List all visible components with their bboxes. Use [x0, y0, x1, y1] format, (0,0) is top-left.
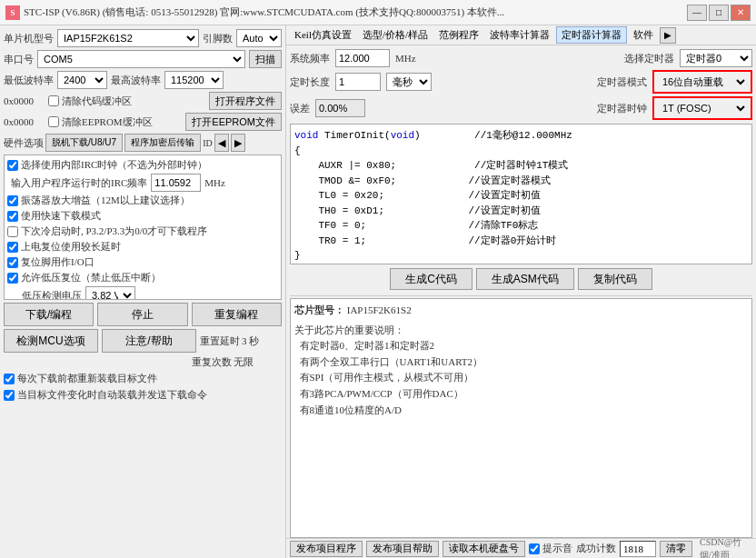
- clear-eeprom-label: 清除EEPROM缓冲区: [62, 115, 153, 129]
- low-volt-reset-checkbox[interactable]: [7, 273, 18, 284]
- irc-freq-input[interactable]: [151, 174, 201, 192]
- sys-freq-label: 系统频率: [290, 52, 330, 65]
- menu-examples[interactable]: 范例程序: [434, 27, 483, 43]
- repeat-row: 重复次数 无限: [4, 355, 282, 369]
- timer-len-unit-select[interactable]: 毫秒: [386, 73, 432, 91]
- irc-clock-checkbox[interactable]: [7, 160, 18, 171]
- download-button[interactable]: 下载/编程: [4, 303, 94, 326]
- serial-select[interactable]: COM5: [37, 50, 245, 68]
- irc-clock-label: 选择使用内部IRC时钟（不选为外部时钟）: [21, 158, 207, 172]
- publish-program-button[interactable]: 发布项目程序: [290, 541, 363, 557]
- irc-freq-unit: MHz: [204, 177, 225, 188]
- stop-button[interactable]: 停止: [97, 303, 187, 326]
- tips-check: 提示音: [529, 542, 572, 555]
- mcu-type-row: 单片机型号 IAP15F2K61S2 引脚数 Auto: [4, 29, 282, 47]
- menu-bar: Keil仿真设置 选型/价格/样品 范例程序 波特率计算器 定时器计算器 软件 …: [286, 25, 756, 45]
- close-button[interactable]: ✕: [731, 5, 751, 21]
- maximize-button[interactable]: □: [709, 5, 729, 21]
- nav-right-menu[interactable]: ▶: [660, 27, 676, 44]
- strip-download-button[interactable]: 脱机下载/U8/U7: [45, 134, 123, 152]
- publish-help-button[interactable]: 发布项目帮助: [366, 541, 439, 557]
- error-input[interactable]: [315, 99, 365, 117]
- nav-right[interactable]: ▶: [231, 134, 245, 152]
- param-row-1: 系统频率 MHz 选择定时器 定时器0: [290, 49, 752, 67]
- timer-mode-box: 16位自动重载: [652, 70, 752, 94]
- cold-boot-checkbox[interactable]: [7, 226, 18, 237]
- clear-code-checkbox[interactable]: [48, 95, 59, 106]
- right-panel: Keil仿真设置 选型/价格/样品 范例程序 波特率计算器 定时器计算器 软件 …: [286, 25, 756, 558]
- right-panel-content: 系统频率 MHz 选择定时器 定时器0 定时长度 毫秒: [286, 45, 756, 558]
- gen-c-button[interactable]: 生成C代码: [390, 268, 472, 290]
- copy-button[interactable]: 复制代码: [578, 268, 652, 290]
- options-area: 选择使用内部IRC时钟（不选为外部时钟） 输入用户程序运行时的IRC频率 MHz…: [4, 154, 282, 300]
- low-volt-detect-select[interactable]: 3.82 V: [85, 286, 135, 300]
- code-buttons: 生成C代码 生成ASM代码 复制代码: [286, 264, 756, 294]
- app-icon: S: [5, 5, 20, 20]
- help-button[interactable]: 注意/帮助: [102, 329, 196, 353]
- fast-download-checkbox[interactable]: [7, 211, 18, 222]
- detect-button[interactable]: 检测MCU选项: [4, 329, 98, 353]
- window-controls[interactable]: — □ ✕: [687, 5, 751, 21]
- action-buttons-row: 下载/编程 停止 重复编程: [4, 303, 282, 326]
- chip-type-label: 芯片型号：: [294, 304, 344, 315]
- addr-row1: 0x0000 清除代码缓冲区 打开程序文件: [4, 92, 282, 110]
- chip-info-line-2: 有SPI（可用作主模式，从模式不可用）: [294, 370, 748, 386]
- reload-checkbox[interactable]: [4, 374, 15, 384]
- open-eeprom-button[interactable]: 打开EEPROM文件: [185, 113, 282, 131]
- clear-eeprom-check[interactable]: 清除EEPROM缓冲区: [48, 115, 153, 129]
- serial-label: 串口号: [4, 53, 34, 66]
- scan-button[interactable]: 扫描: [249, 50, 282, 68]
- menu-software[interactable]: 软件: [629, 27, 658, 43]
- timer-mode-select[interactable]: 16位自动重载: [657, 73, 748, 91]
- encrypt-button[interactable]: 程序加密后传输: [124, 134, 201, 152]
- mcu-type-select[interactable]: IAP15F2K61S2: [57, 29, 199, 47]
- timer-len-input[interactable]: [335, 73, 381, 91]
- tips-checkbox[interactable]: [529, 543, 540, 554]
- low-volt-detect-label: 低压检测电压: [22, 289, 82, 301]
- 引脚数-select[interactable]: Auto: [236, 29, 282, 47]
- chip-info-title: 关于此芯片的重要说明：: [294, 323, 748, 339]
- timer-sel-select[interactable]: 定时器0: [680, 49, 752, 67]
- open-program-button[interactable]: 打开程序文件: [209, 92, 282, 110]
- reprogram-button[interactable]: 重复编程: [192, 303, 282, 326]
- clear-eeprom-checkbox[interactable]: [48, 116, 59, 127]
- auto-send-label: 当目标文件变化时自动装载并发送下载命令: [17, 388, 207, 402]
- low-volt-reset-label: 允许低压复位（禁止低压中断）: [21, 271, 161, 284]
- menu-timer-calc[interactable]: 定时器计算器: [556, 26, 627, 44]
- tips-label: 提示音: [542, 542, 572, 555]
- reset-io-checkbox[interactable]: [7, 257, 18, 268]
- serial-row: 串口号 COM5 扫描: [4, 50, 282, 68]
- menu-baud-calc[interactable]: 波特率计算器: [485, 27, 554, 43]
- low-volt-detect-row: 低压检测电压 3.82 V: [7, 286, 278, 300]
- code-line-5: TH0 = 0xD1; //设置定时初值: [294, 204, 748, 219]
- csdn-label: CSDN@竹烟/准雨: [700, 536, 752, 559]
- code-line-2: AUXR |= 0x80; //定时器时钟1T模式: [294, 158, 748, 174]
- delay-label: 重置延时: [200, 334, 240, 348]
- fast-download-label: 使用快速下载模式: [21, 209, 101, 223]
- gen-asm-button[interactable]: 生成ASM代码: [476, 268, 574, 290]
- clear-button[interactable]: 清零: [660, 541, 692, 557]
- auto-send-checkbox[interactable]: [4, 390, 15, 401]
- chip-type-row: 芯片型号： IAP15F2K61S2: [294, 303, 748, 319]
- clear-code-check[interactable]: 清除代码缓冲区: [48, 95, 132, 108]
- nav-left[interactable]: ◀: [214, 134, 229, 152]
- power-reset-checkbox[interactable]: [7, 242, 18, 253]
- bottom-buttons: 下载/编程 停止 重复编程 检测MCU选项 注意/帮助 重置延时 3 秒 重复次…: [4, 303, 282, 402]
- irc-clock-option: 选择使用内部IRC时钟（不选为外部时钟）: [7, 158, 278, 172]
- hex1-label: 0x0000: [4, 95, 45, 106]
- baud-max-select[interactable]: 115200: [164, 71, 224, 89]
- baud-min-select[interactable]: 2400: [57, 71, 107, 89]
- menu-keil[interactable]: Keil仿真设置: [290, 27, 356, 43]
- params-area: 系统频率 MHz 选择定时器 定时器0 定时长度 毫秒: [286, 45, 756, 124]
- osc-gain-checkbox[interactable]: [7, 195, 18, 206]
- minimize-button[interactable]: —: [687, 5, 707, 21]
- success-count-label: 成功计数: [576, 542, 616, 555]
- timer-clk-select[interactable]: 1T (FOSC): [657, 99, 748, 117]
- menu-selection[interactable]: 选型/价格/样品: [358, 27, 433, 43]
- cold-boot-option: 下次冷启动时, P3.2/P3.3为0/0才可下载程序: [7, 224, 278, 238]
- read-hdd-button[interactable]: 读取本机硬盘号: [443, 541, 525, 557]
- chip-type-value: IAP15F2K61S2: [347, 304, 412, 315]
- timer-mode-label: 定时器模式: [597, 75, 647, 89]
- sys-freq-input[interactable]: [335, 49, 390, 67]
- timer-clk-label: 定时器时钟: [597, 102, 647, 115]
